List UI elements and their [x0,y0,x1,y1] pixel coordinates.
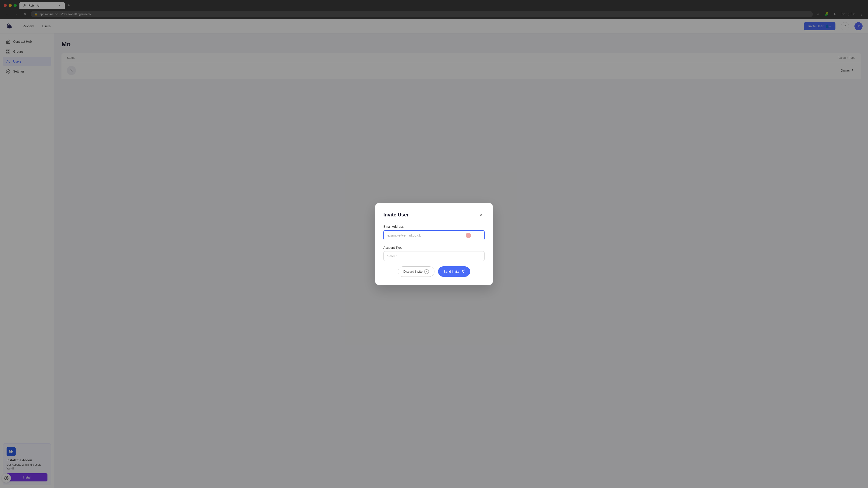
send-invite-btn[interactable]: Send Invite [438,266,470,277]
invite-user-modal: Invite User ✕ Email Address Account Type… [375,203,493,285]
select-wrapper: Select Owner Admin Member ⌄ [383,251,485,261]
modal-header: Invite User ✕ [383,211,485,219]
email-input[interactable] [383,230,485,240]
modal-overlay[interactable]: Invite User ✕ Email Address Account Type… [0,0,868,488]
account-type-select[interactable]: Select Owner Admin Member [383,251,485,261]
account-type-form-group: Account Type Select Owner Admin Member ⌄ [383,246,485,261]
send-icon [461,269,465,274]
email-label: Email Address [383,225,485,228]
modal-close-btn[interactable]: ✕ [477,211,485,219]
modal-actions: Discard Invite ✕ Send Invite [383,266,485,277]
discard-label: Discard Invite [403,270,423,273]
discard-invite-btn[interactable]: Discard Invite ✕ [398,266,435,277]
send-label: Send Invite [443,270,459,273]
close-circle-icon: ✕ [424,269,429,274]
modal-title: Invite User [383,212,409,218]
email-form-group: Email Address [383,225,485,240]
account-type-label: Account Type [383,246,485,250]
